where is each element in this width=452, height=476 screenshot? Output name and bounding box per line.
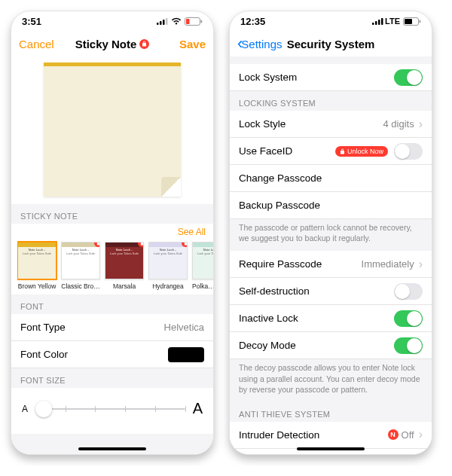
style-card[interactable]: Note Lock –Lock your Takes SafePolka Dot bbox=[192, 242, 213, 290]
phone-right: 12:35 LTE ‹ Settings Security System Loc… bbox=[229, 11, 432, 455]
section-header-anti: ANTI THIEVE SYSTEM bbox=[230, 402, 432, 422]
backup-passcode-label: Backup Passcode bbox=[239, 200, 423, 211]
lock-icon bbox=[139, 39, 149, 49]
nav-title-text: Security System bbox=[287, 38, 375, 50]
svg-rect-0 bbox=[157, 23, 159, 25]
wifi-icon bbox=[171, 17, 182, 25]
font-type-value: Helvetica bbox=[164, 322, 204, 333]
section-header-locking: LOCKING SYSTEM bbox=[230, 91, 432, 111]
unlock-now-text: Unlock Now bbox=[347, 148, 383, 155]
intruder-detection-row[interactable]: Intruder Detection N Off › bbox=[230, 422, 432, 449]
nav-title: Security System bbox=[282, 38, 379, 50]
slider-knob[interactable] bbox=[35, 401, 52, 417]
style-card[interactable]: Note Lock –Lock your Takes SafeBrown Yel… bbox=[17, 242, 56, 290]
svg-rect-5 bbox=[186, 19, 190, 24]
unlock-now-badge[interactable]: Unlock Now bbox=[335, 146, 388, 157]
save-button[interactable]: Save bbox=[160, 38, 206, 50]
style-thumb: Note Lock –Lock your Takes Safe bbox=[105, 242, 144, 279]
left-content: STICKY NOTE See All Note Lock –Lock your… bbox=[11, 56, 213, 454]
font-color-swatch bbox=[168, 347, 204, 362]
status-bar: 12:35 LTE bbox=[230, 11, 432, 31]
style-thumb: Note Lock –Lock your Takes Safe bbox=[17, 242, 56, 279]
style-label: Marsala bbox=[105, 282, 144, 290]
style-label: Hydrangea bbox=[148, 282, 188, 290]
cancel-button[interactable]: Cancel bbox=[19, 38, 64, 50]
decoy-mode-label: Decoy Mode bbox=[239, 340, 394, 351]
require-passcode-value: Immediately bbox=[362, 258, 414, 270]
intruder-detection-label: Intruder Detection bbox=[239, 429, 388, 441]
require-passcode-label: Require Passcode bbox=[239, 258, 362, 270]
section-header-fontsize: FONT SIZE bbox=[11, 368, 213, 388]
back-button[interactable]: ‹ Settings bbox=[237, 38, 282, 50]
svg-rect-13 bbox=[420, 20, 421, 23]
change-passcode-label: Change Passcode bbox=[239, 172, 423, 184]
battery-icon bbox=[185, 17, 203, 26]
svg-rect-8 bbox=[375, 21, 377, 25]
lock-style-value: 4 digits bbox=[383, 118, 414, 130]
back-label: Settings bbox=[241, 38, 282, 50]
font-size-min-icon: A bbox=[22, 404, 28, 414]
use-faceid-row[interactable]: Use FaceID Unlock Now bbox=[230, 138, 432, 165]
nav-title-text: Sticky Note bbox=[75, 38, 137, 50]
home-indicator bbox=[297, 447, 365, 450]
svg-rect-12 bbox=[405, 19, 412, 24]
require-passcode-row[interactable]: Require Passcode Immediately › bbox=[230, 251, 432, 278]
see-all-button[interactable]: See All bbox=[178, 227, 206, 237]
decoy-mode-row[interactable]: Decoy Mode bbox=[230, 332, 432, 359]
style-label: Brown Yellow bbox=[17, 282, 56, 290]
lock-style-row[interactable]: Lock Style 4 digits › bbox=[230, 111, 432, 138]
section-footer-decoy: The decoy passcode allows you to enter N… bbox=[230, 359, 432, 402]
use-faceid-label: Use FaceID bbox=[239, 145, 335, 157]
style-card[interactable]: Note Lock –Lock your Takes SafeClassic B… bbox=[61, 242, 100, 290]
use-faceid-toggle[interactable] bbox=[394, 143, 423, 160]
status-time: 12:35 bbox=[240, 16, 369, 27]
chevron-right-icon: › bbox=[419, 117, 423, 131]
home-indicator bbox=[78, 447, 146, 450]
phone-left: 3:51 Cancel Sticky Note Save STICKY NOTE… bbox=[11, 11, 214, 455]
style-card[interactable]: Note Lock –Lock your Takes SafeMarsala bbox=[105, 242, 144, 290]
svg-rect-1 bbox=[160, 21, 162, 25]
nav-bar: ‹ Settings Security System bbox=[230, 31, 432, 56]
svg-rect-2 bbox=[163, 20, 165, 25]
inactive-lock-label: Inactive Lock bbox=[239, 313, 394, 324]
font-size-max-icon: A bbox=[193, 400, 203, 417]
change-passcode-row[interactable]: Change Passcode bbox=[230, 165, 432, 192]
lock-icon bbox=[340, 148, 345, 154]
note-preview[interactable] bbox=[11, 56, 213, 204]
style-card[interactable]: Note Lock –Lock your Takes SafeHydrangea bbox=[148, 242, 188, 290]
section-header-sticky: STICKY NOTE bbox=[11, 204, 213, 224]
backup-passcode-row[interactable]: Backup Passcode bbox=[230, 192, 432, 219]
font-type-row[interactable]: Font Type Helvetica bbox=[11, 314, 213, 341]
style-label: Polka Dot bbox=[192, 282, 213, 290]
font-size-slider-row: A A bbox=[11, 388, 213, 434]
lock-system-toggle[interactable] bbox=[394, 69, 423, 86]
svg-rect-10 bbox=[381, 18, 383, 25]
style-thumb: Note Lock –Lock your Takes Safe bbox=[148, 242, 188, 279]
style-label: Classic Bro… bbox=[61, 282, 100, 290]
new-badge: N bbox=[388, 429, 399, 440]
self-destruction-row[interactable]: Self-destruction bbox=[230, 278, 432, 305]
style-thumb: Note Lock –Lock your Takes Safe bbox=[61, 242, 100, 279]
nav-bar: Cancel Sticky Note Save bbox=[11, 31, 213, 56]
nav-title: Sticky Note bbox=[64, 38, 160, 50]
style-thumb: Note Lock –Lock your Takes Safe bbox=[192, 242, 213, 279]
section-header-font: FONT bbox=[11, 294, 213, 314]
inactive-lock-toggle[interactable] bbox=[394, 310, 423, 327]
font-size-slider[interactable] bbox=[35, 408, 185, 410]
font-color-row[interactable]: Font Color bbox=[11, 341, 213, 368]
lock-style-label: Lock Style bbox=[239, 118, 383, 130]
svg-rect-3 bbox=[166, 18, 168, 25]
decoy-mode-toggle[interactable] bbox=[394, 337, 423, 354]
svg-rect-9 bbox=[378, 20, 380, 25]
inactive-lock-row[interactable]: Inactive Lock bbox=[230, 305, 432, 332]
section-footer-locking: The passcode or pattern lock cannot be r… bbox=[230, 219, 432, 251]
right-content: Lock System LOCKING SYSTEM Lock Style 4 … bbox=[230, 56, 432, 454]
lock-system-row[interactable]: Lock System bbox=[230, 64, 432, 91]
self-destruction-toggle[interactable] bbox=[394, 283, 423, 300]
styles-row: See All Note Lock –Lock your Takes SafeB… bbox=[11, 224, 213, 294]
sticky-note-canvas bbox=[44, 63, 181, 197]
status-bar: 3:51 bbox=[11, 11, 213, 31]
cellular-signal-icon bbox=[372, 17, 383, 25]
status-time: 3:51 bbox=[22, 16, 154, 27]
font-color-label: Font Color bbox=[20, 349, 168, 360]
